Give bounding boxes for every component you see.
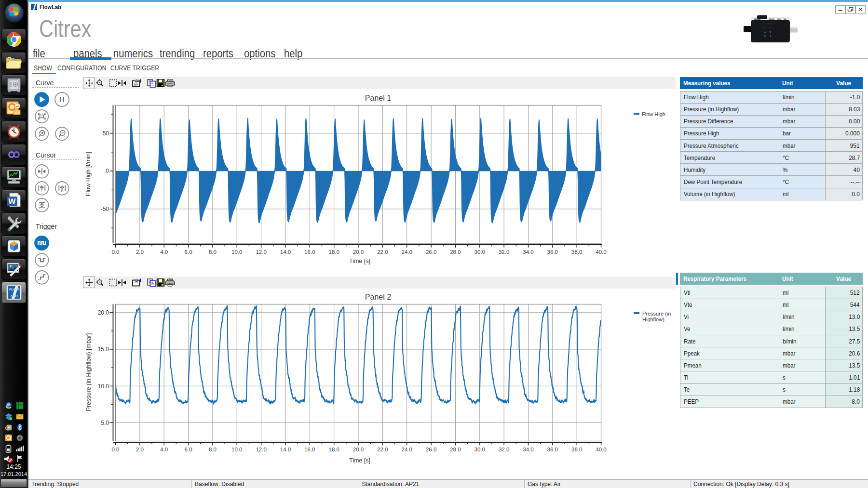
svg-text:6.0: 6.0 xyxy=(185,447,192,452)
svg-text:38.0: 38.0 xyxy=(571,447,582,452)
svg-text:0.0: 0.0 xyxy=(112,249,120,255)
svg-text:0: 0 xyxy=(106,168,109,174)
svg-text:0.0: 0.0 xyxy=(112,447,120,452)
svg-text:26.0: 26.0 xyxy=(426,447,436,452)
svg-text:30.0: 30.0 xyxy=(475,447,485,452)
svg-text:24.0: 24.0 xyxy=(402,447,412,452)
svg-text:36.0: 36.0 xyxy=(547,249,558,255)
svg-text:8.0: 8.0 xyxy=(209,249,217,255)
svg-text:40.0: 40.0 xyxy=(596,447,606,452)
svg-text:F: F xyxy=(61,189,63,192)
svg-text:4.0: 4.0 xyxy=(160,249,168,255)
svg-text:CITREX: CITREX xyxy=(767,23,773,25)
svg-text:14.0: 14.0 xyxy=(280,249,291,255)
svg-text:LAB: LAB xyxy=(11,294,17,298)
svg-text:10.0: 10.0 xyxy=(98,383,109,390)
svg-text:50: 50 xyxy=(103,130,109,137)
svg-text:10.0: 10.0 xyxy=(231,447,242,452)
svg-text:Flow High [l/min]: Flow High [l/min] xyxy=(85,152,92,196)
svg-text:2.0: 2.0 xyxy=(136,249,144,255)
svg-text:28.0: 28.0 xyxy=(450,447,461,452)
svg-text:30.0: 30.0 xyxy=(475,249,485,255)
svg-text:5.0: 5.0 xyxy=(101,420,109,426)
svg-text:6.0: 6.0 xyxy=(185,249,192,255)
svg-text:16.0: 16.0 xyxy=(304,249,315,255)
svg-text:Panel 2: Panel 2 xyxy=(365,293,391,301)
svg-text:8.0: 8.0 xyxy=(209,447,217,452)
svg-text:22.0: 22.0 xyxy=(377,447,388,452)
svg-text:12.0: 12.0 xyxy=(256,447,266,452)
svg-text:4.0: 4.0 xyxy=(160,447,168,452)
svg-text:Time [s]: Time [s] xyxy=(349,258,370,264)
svg-text:22.0: 22.0 xyxy=(377,249,388,255)
svg-text:40.0: 40.0 xyxy=(596,249,606,255)
svg-text:Time [s]: Time [s] xyxy=(349,457,370,464)
svg-text:Panel 1: Panel 1 xyxy=(365,94,391,102)
svg-text:T: T xyxy=(41,189,42,192)
svg-text:18.0: 18.0 xyxy=(329,447,339,452)
svg-text:16.0: 16.0 xyxy=(304,447,315,452)
svg-text:34.0: 34.0 xyxy=(523,249,533,255)
svg-text:14.0: 14.0 xyxy=(280,447,291,452)
svg-text:20.0: 20.0 xyxy=(353,447,364,452)
svg-text:20.0: 20.0 xyxy=(98,309,109,316)
svg-text:32.0: 32.0 xyxy=(499,249,509,255)
svg-text:18.0: 18.0 xyxy=(329,249,339,255)
svg-text:26.0: 26.0 xyxy=(426,249,436,255)
svg-text:36.0: 36.0 xyxy=(547,447,558,452)
svg-text:15.0: 15.0 xyxy=(98,346,109,353)
svg-text:32.0: 32.0 xyxy=(499,447,509,452)
svg-text:2.0: 2.0 xyxy=(136,447,144,452)
svg-text:28.0: 28.0 xyxy=(450,249,461,255)
svg-text:20.0: 20.0 xyxy=(353,249,364,255)
svg-text:Pressure (in Highflow) [mbar]: Pressure (in Highflow) [mbar] xyxy=(85,333,92,411)
svg-text:12.0: 12.0 xyxy=(256,249,266,255)
svg-text:10.0: 10.0 xyxy=(231,249,242,255)
svg-text:FLOW: FLOW xyxy=(9,288,20,291)
svg-text:38.0: 38.0 xyxy=(571,249,582,255)
svg-text:24.0: 24.0 xyxy=(402,249,412,255)
svg-text:-50: -50 xyxy=(101,206,109,212)
svg-text:34.0: 34.0 xyxy=(523,447,533,452)
